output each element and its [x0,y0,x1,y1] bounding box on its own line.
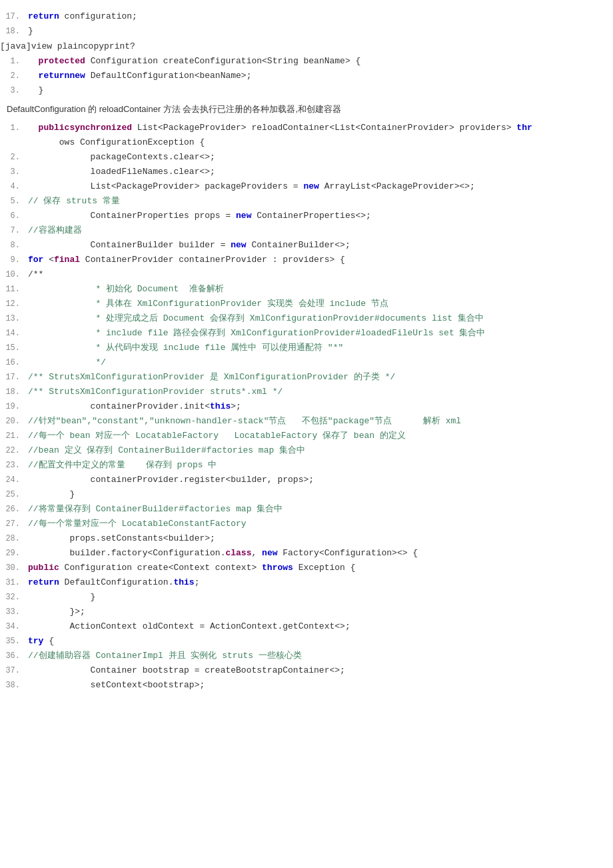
line-row: 18. } [0,24,613,39]
line-content: ows ConfigurationException { [25,136,613,149]
line-number: 31. [0,578,25,587]
line-row: 17. /** StrutsXmlConfigurationProvider 是… [0,370,613,385]
line-number: 3. [0,86,25,95]
annotation-bar[interactable]: [java]view plaincopyprint? [0,41,613,51]
line-content: //每一个 bean 对应一个 LocatableFactory Locatab… [25,429,613,443]
line-row: 21. //每一个 bean 对应一个 LocatableFactory Loc… [0,429,613,443]
line-content: * 初始化 Document 准备解析 [25,283,613,296]
line-content: builder.factory<Configuration.class, new… [25,547,613,560]
line-content: * 处理完成之后 Document 会保存到 XmlConfigurationP… [25,312,613,325]
line-content: //容器构建器 [25,224,613,237]
line-row: 14. * include file 路径会保存到 XmlConfigurati… [0,326,613,341]
line-row: 35. try { [0,634,613,649]
line-number: 38. [0,681,25,690]
line-row: 2. returnnew DefaultConfiguration<beanNa… [0,69,613,83]
line-row: 12. * 具体在 XmlConfigurationProvider 实现类 会… [0,297,613,311]
line-row: 37. Container bootstrap = createBootstra… [0,663,613,678]
line-row: 36. //创建辅助容器 ContainerImpl 并且 实例化 struts… [0,649,613,663]
line-row: 24. containerProvider.register<builder, … [0,473,613,487]
line-number: 2. [0,71,25,81]
line-number: 19. [0,402,25,411]
line-number: 17. [0,12,25,21]
line-row: 34. ActionContext oldContext = ActionCon… [0,619,613,634]
line-row: 4. List<PackageProvider> packageProvider… [0,179,613,194]
line-number: 27. [0,519,25,529]
line-content: Container bootstrap = createBootstrapCon… [25,664,613,677]
line-row: 29. builder.factory<Configuration.class,… [0,546,613,561]
line-row: 38. setContext<bootstrap>; [0,678,613,693]
line-content: }>; [25,605,613,619]
line-row: 33. }>; [0,605,613,619]
line-content: ActionContext oldContext = ActionContext… [25,620,613,633]
line-number: 18. [0,387,25,397]
line-content: return configuration; [25,10,613,23]
line-row: 19. containerProvider.init<this>; [0,399,613,414]
line-content: */ [25,356,613,369]
line-row: 7. //容器构建器 [0,223,613,238]
line-number: 21. [0,431,25,441]
line-row: 10. /** [0,267,613,282]
line-content: } [25,591,613,604]
line-row: 11. * 初始化 Document 准备解析 [0,282,613,297]
line-row-cont: ows ConfigurationException { [0,135,613,150]
line-row: 23. //配置文件中定义的常量 保存到 props 中 [0,458,613,473]
annotation-text: [java]view plaincopyprint? [0,41,135,51]
line-row: 9. for <final ContainerProvider containe… [0,253,613,267]
line-number: 30. [0,563,25,573]
line-row: 22. //bean 定义 保存到 ContainerBuilder#facto… [0,443,613,458]
line-content: } [25,25,613,38]
line-number: 18. [0,27,25,36]
line-row: 3. loadedFileNames.clear<>; [0,165,613,179]
line-number: 3. [0,167,25,177]
line-row: 6. ContainerProperties props = new Conta… [0,209,613,223]
line-number: 29. [0,549,25,558]
line-content: packageContexts.clear<>; [25,151,613,164]
line-number: 1. [0,57,25,66]
line-content: /** StrutsXmlConfigurationProvider 是 Xml… [25,371,613,384]
line-number: 7. [0,226,25,235]
line-content: setContext<bootstrap>; [25,679,613,692]
line-content: //针对"bean","constant","unknown-handler-s… [25,415,613,428]
line-row: 3. } [0,83,613,98]
line-content: List<PackageProvider> packageProviders =… [25,180,613,193]
line-content: ContainerProperties props = new Containe… [25,209,613,223]
line-row: 18. /** StrutsXmlConfigurationProvider s… [0,385,613,399]
line-content: //每一个常量对应一个 LocatableConstantFactory [25,517,613,531]
line-row: 8. ContainerBuilder builder = new Contai… [0,238,613,253]
line-row: 1. publicsynchronized List<PackageProvid… [0,121,613,135]
line-row: 20. //针对"bean","constant","unknown-handl… [0,414,613,429]
line-number: 15. [0,343,25,353]
line-content: for <final ContainerProvider containerPr… [25,253,613,267]
top-code-block: 17. return configuration; 18. } [0,7,613,41]
line-number: 37. [0,666,25,675]
line-number: 16. [0,358,25,367]
line-row: 27. //每一个常量对应一个 LocatableConstantFactory [0,517,613,531]
line-content: } [25,488,613,501]
line-row: 17. return configuration; [0,9,613,24]
line-content: // 保存 struts 常量 [25,195,613,208]
line-row: 31. return DefaultConfiguration.this; [0,575,613,590]
line-content: containerProvider.init<this>; [25,400,613,413]
line-content: /** StrutsXmlConfigurationProvider strut… [25,385,613,399]
line-number: 6. [0,211,25,221]
line-row: 13. * 处理完成之后 Document 会保存到 XmlConfigurat… [0,311,613,326]
line-number: 33. [0,607,25,617]
line-content: publicsynchronized List<PackageProvider>… [25,121,613,135]
create-configuration-block: 1. protected Configuration createConfigu… [0,51,613,101]
line-number: 8. [0,241,25,250]
line-number: 23. [0,461,25,470]
line-number: 28. [0,534,25,543]
line-content: protected Configuration createConfigurat… [25,55,613,68]
line-row: 26. //将常量保存到 ContainerBuilder#factories … [0,502,613,517]
line-row: 28. props.setConstants<builder>; [0,531,613,546]
line-content: } [25,84,613,97]
line-content: * 从代码中发现 include file 属性中 可以使用通配符 "*" [25,341,613,355]
line-number: 20. [0,417,25,426]
line-number: 9. [0,255,25,265]
line-content: ContainerBuilder builder = new Container… [25,239,613,252]
line-content: props.setConstants<builder>; [25,532,613,545]
line-number: 5. [0,197,25,206]
line-content: * include file 路径会保存到 XmlConfigurationPr… [25,327,613,340]
line-number: 4. [0,182,25,191]
line-row: 2. packageContexts.clear<>; [0,150,613,165]
